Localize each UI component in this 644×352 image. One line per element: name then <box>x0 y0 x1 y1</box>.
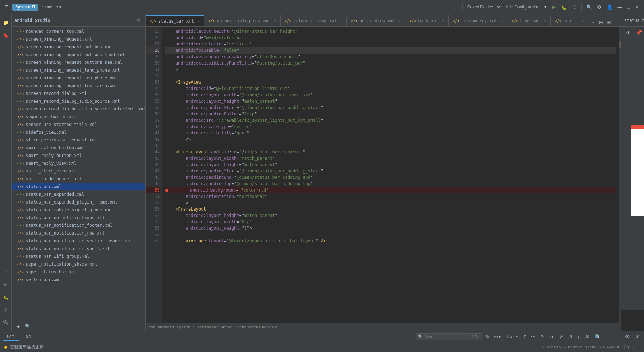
add-configuration-btn[interactable]: Add Configuration... ▾ <box>503 3 548 11</box>
tab-close-btn[interactable]: ✕ <box>442 19 444 23</box>
list-item-selected[interactable]: </> status_bar.xml <box>12 183 145 190</box>
bookmark-btn[interactable]: 🔖 <box>0 30 11 41</box>
branch-selector[interactable]: ⑂ master ▾ <box>40 3 64 11</box>
git-close-btn[interactable]: ✕ <box>633 333 641 341</box>
git-collapse-btn[interactable]: 👁 <box>624 333 632 341</box>
plugins-btn[interactable]: 🔌 <box>0 317 11 328</box>
list-item[interactable]: </> super_notification_shade.xml <box>12 260 145 268</box>
git-up-btn[interactable]: ↑ <box>576 333 582 341</box>
maximize-btn[interactable]: □ <box>626 3 632 11</box>
list-item[interactable]: </> screen_pinning_request_buttons.xml <box>12 43 145 51</box>
list-item[interactable]: </> sensor_use_started_title.xml <box>12 121 145 128</box>
tab-volume-dialog[interactable]: </> volume_dialog.xml ✕ <box>281 15 347 26</box>
debug-button[interactable]: 🐛 <box>559 3 569 11</box>
tabs-overflow-btn[interactable]: ▾ <box>589 19 597 26</box>
list-item[interactable]: </> super_status_bar.xml <box>12 268 145 276</box>
git-tab-log[interactable]: Log <box>19 333 35 341</box>
list-item[interactable]: </> smart_action_button.xml <box>12 144 145 152</box>
git-expand-btn[interactable]: ⤢ <box>557 333 565 341</box>
tab-close-btn[interactable]: ✕ <box>582 19 584 23</box>
list-item[interactable]: </> split_shade_header.xml <box>12 175 145 183</box>
list-item[interactable]: </> status_bar_notification_row.xml <box>12 229 145 237</box>
tab-close-btn[interactable]: ✕ <box>274 19 276 23</box>
list-item[interactable]: </> status_bar_notification_section_head… <box>12 237 145 245</box>
tab-close-btn[interactable]: ✕ <box>340 19 342 23</box>
git-arrow-right[interactable]: → <box>614 333 622 341</box>
settings-btn[interactable]: ⚙ <box>595 3 603 11</box>
list-item[interactable]: </> rounded_corners_top.xml <box>12 28 145 35</box>
more-options-btn[interactable]: ⋮ <box>570 3 578 11</box>
tab-options-btn[interactable]: ⋮ <box>613 18 621 26</box>
git-show-btn[interactable]: 👁 <box>583 333 591 341</box>
list-item[interactable]: </> screen_pinning_request.xml <box>12 35 145 43</box>
structure-btn[interactable]: ≡ <box>0 42 11 54</box>
split-editor-btn[interactable]: ⊟ <box>597 18 605 26</box>
tab-hon[interactable]: </> hon... ✕ <box>551 15 589 26</box>
list-item[interactable]: </> slice_permission_request.xml <box>12 136 145 144</box>
tab-status-bar[interactable]: </> status_bar.xml ✕ <box>146 15 204 26</box>
list-item[interactable]: </> status_bar_expanded.xml <box>12 190 145 198</box>
preview-eye-btn[interactable]: 👁 <box>624 28 633 37</box>
search-btn[interactable]: 🔍 <box>23 322 32 330</box>
component-tree-bar[interactable]: Component Tree <box>621 303 644 310</box>
tab-home[interactable]: </> home.xml ✕ <box>507 15 551 26</box>
list-item[interactable]: </> segmented_button.xml <box>12 113 145 121</box>
list-item[interactable]: </> screen_pinning_request_buttons_land.… <box>12 51 145 59</box>
tab-close-btn[interactable]: ✕ <box>544 19 546 23</box>
list-item[interactable]: </> screen_pinning_request_sea_phone.xml <box>12 74 145 82</box>
run-tool-btn[interactable]: ▶ <box>0 279 11 290</box>
git-arrow-left[interactable]: ← <box>604 333 612 341</box>
minimize-btn[interactable]: — <box>616 3 624 11</box>
device-selector[interactable]: Select Device <box>462 3 502 11</box>
tab-udfps-view[interactable]: </> udfps_view.xml ✕ <box>347 15 405 26</box>
list-item[interactable]: </> switch_bar.xml <box>12 276 145 284</box>
git-search-input[interactable] <box>424 335 467 339</box>
tab-volume-dialog-row[interactable]: </> volume_dialog_row.xml ✕ <box>204 15 281 26</box>
project-tool-btn[interactable]: 📁 <box>0 17 11 28</box>
date-dropdown[interactable]: Date ▾ <box>522 333 537 340</box>
regex-btn[interactable]: .* <box>468 334 473 339</box>
list-item[interactable]: </> status_bar_no_notifications.xml <box>12 214 145 221</box>
paths-dropdown[interactable]: Paths ▾ <box>539 333 556 340</box>
tab-close-btn[interactable]: ✕ <box>399 19 401 23</box>
list-item[interactable]: </> screen_pinning_request_buttons_sea.x… <box>12 59 145 66</box>
list-item[interactable]: </> sidefps_view.xml <box>12 128 145 136</box>
account-btn[interactable]: 👤 <box>605 3 614 11</box>
project-settings-btn[interactable]: ⚙ <box>135 17 142 24</box>
list-item[interactable]: </> screen_record_dialog_audio_source_se… <box>12 105 145 113</box>
project-header: Android Studio ⚙ <box>12 14 145 27</box>
terminal-btn[interactable]: $ <box>0 304 11 315</box>
hamburger-menu[interactable]: ☰ <box>3 3 11 11</box>
run-button[interactable]: ▶ <box>550 3 558 11</box>
tab-custom-key[interactable]: </> custom_key.xml ✕ <box>449 15 507 26</box>
git-search-btn[interactable]: 🔍 <box>593 333 602 341</box>
preview-pin-btn[interactable]: 📌 <box>634 28 644 37</box>
tab-close-btn[interactable]: ✕ <box>197 19 200 23</box>
debug-tool-btn[interactable]: 🐛 <box>0 291 11 303</box>
list-item[interactable]: </> screen_record_dialog.xml <box>12 90 145 97</box>
list-item[interactable]: </> status_bar_notification_shelf.xml <box>12 245 145 253</box>
git-tab-git[interactable]: Git <box>3 333 19 341</box>
list-item[interactable]: </> status_bar_wifi_group.xml <box>12 253 145 260</box>
tab-close-btn[interactable]: ✕ <box>501 19 503 23</box>
split-horizontal-btn[interactable]: ⊞ <box>605 18 613 26</box>
list-item[interactable]: </> screen_record_dialog_audio_source.xm… <box>12 97 145 105</box>
case-btn[interactable]: Cc <box>474 334 479 339</box>
branch-dropdown[interactable]: Branch ▾ <box>484 333 503 340</box>
tab-back[interactable]: </> back.xml ✕ <box>405 15 449 26</box>
list-item[interactable]: </> smart_reply_view.xml <box>12 159 145 167</box>
list-item[interactable]: </> screen_pinning_request_text_area.xml <box>12 82 145 90</box>
git-btn[interactable]: ⑂ <box>0 266 11 277</box>
code-content[interactable]: android:layout_height="@dimen/status_bar… <box>162 27 619 323</box>
search-everywhere-btn[interactable]: 🔍 <box>584 3 594 11</box>
list-item[interactable]: </> smart_reply_button.xml <box>12 152 145 159</box>
list-item[interactable]: </> status_bar_mobile_signal_group.xml <box>12 206 145 214</box>
git-refresh-btn[interactable]: ↺ <box>566 333 574 341</box>
user-dropdown[interactable]: User ▾ <box>504 333 520 340</box>
close-btn[interactable]: ✕ <box>633 3 641 11</box>
list-item[interactable]: </> split_clock_view.xml <box>12 167 145 175</box>
list-item[interactable]: </> status_bar_notification_footer.xml <box>12 221 145 229</box>
collapse-btn[interactable]: ◀ <box>14 322 21 330</box>
list-item[interactable]: </> status_bar_expanded_plugin_frame.xml <box>12 198 145 206</box>
list-item[interactable]: </> screen_pinning_request_land_phone.xm… <box>12 66 145 74</box>
